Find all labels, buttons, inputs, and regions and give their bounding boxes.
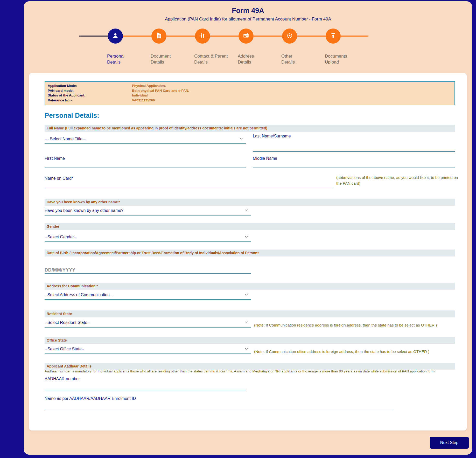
next-step-button[interactable]: Next Step bbox=[430, 437, 469, 449]
gender-select[interactable]: --Select Gender-- bbox=[45, 232, 251, 242]
chevron-down-icon bbox=[244, 234, 248, 239]
step-label-other: OtherDetails bbox=[281, 53, 325, 65]
step-contact-parent-details[interactable] bbox=[195, 29, 210, 44]
dob-input-line bbox=[45, 264, 251, 274]
aadhaar-band: Applicant Aadhaar Details bbox=[45, 363, 455, 370]
chevron-down-icon bbox=[244, 292, 248, 297]
upload-icon bbox=[330, 32, 337, 40]
summary-label: PAN card mode: bbox=[48, 88, 132, 93]
form-49a-page: Form 49A Application (PAN Card India) fo… bbox=[0, 0, 476, 458]
address-communication-band: Address for Communication * bbox=[45, 283, 455, 290]
middle-name-input-line bbox=[253, 158, 455, 168]
summary-row: Status of the Applicant: Individual bbox=[48, 93, 454, 98]
name-on-card-note: (abbreviations of the above name, as you… bbox=[336, 175, 458, 186]
other-name-select[interactable]: Have you been known by any other name? bbox=[45, 206, 251, 216]
resident-state-select[interactable]: --Select Resident State-- bbox=[45, 318, 251, 328]
document-icon bbox=[156, 32, 162, 40]
summary-value: Both physical PAN Card and e-PAN. bbox=[132, 88, 189, 93]
office-state-note: (Note: If Communication office address i… bbox=[254, 349, 454, 355]
address-communication-select[interactable]: --Select Address of Communication-- bbox=[45, 290, 251, 300]
aadhaar-name-input-line bbox=[45, 399, 393, 409]
step-label-contact-parent: Contact & ParentDetails bbox=[194, 53, 238, 65]
summary-label: Status of the Applicant: bbox=[48, 93, 132, 98]
target-icon bbox=[286, 32, 293, 40]
last-name-input[interactable] bbox=[253, 145, 455, 151]
step-label-documents-upload: DocumentsUpload bbox=[325, 53, 369, 65]
chevron-down-icon bbox=[244, 320, 248, 324]
aadhaar-number-input[interactable] bbox=[45, 384, 246, 389]
chevron-down-icon bbox=[239, 136, 243, 141]
address-communication-select-value: --Select Address of Communication-- bbox=[45, 293, 112, 297]
summary-value: Individual bbox=[132, 93, 148, 98]
middle-name-input[interactable] bbox=[253, 162, 455, 167]
page-subtitle: Application (PAN Card India) for allotme… bbox=[24, 17, 472, 22]
summary-label: Application Mode: bbox=[48, 84, 132, 88]
summary-row: Reference No:- VA0311135269 bbox=[48, 98, 454, 103]
full-name-band: Full Name (Full expanded name to be ment… bbox=[45, 125, 455, 132]
person-icon bbox=[112, 32, 119, 40]
aadhaar-number-input-line bbox=[45, 380, 246, 390]
id-card-icon bbox=[243, 32, 249, 40]
summary-row: Application Mode: Physical Application. bbox=[48, 84, 454, 88]
other-name-band: Have you been known by any other name? bbox=[45, 199, 455, 206]
summary-row: PAN card mode: Both physical PAN Card an… bbox=[48, 88, 454, 93]
application-summary-box: Application Mode: Physical Application. … bbox=[45, 81, 455, 105]
dob-input[interactable] bbox=[45, 268, 251, 273]
other-name-select-value: Have you been known by any other name? bbox=[45, 208, 123, 213]
step-label-personal: PersonalDetails bbox=[107, 53, 151, 65]
office-state-select[interactable]: --Select Office State-- bbox=[45, 344, 251, 354]
first-name-input-line bbox=[45, 158, 246, 168]
name-on-card-input-line bbox=[45, 178, 333, 188]
step-other-details[interactable] bbox=[282, 29, 297, 44]
resident-state-band: Resident State bbox=[45, 310, 455, 317]
gender-select-value: --Select Gender-- bbox=[45, 235, 77, 239]
resident-state-note: (Note: If Communication residence addres… bbox=[254, 322, 454, 328]
summary-value: VA0311135269 bbox=[132, 98, 155, 103]
name-title-select[interactable]: --- Select Name Title--- bbox=[45, 134, 246, 144]
step-documents-upload[interactable] bbox=[326, 29, 341, 44]
aadhaar-description: Aadhaar number is mandatory for Individu… bbox=[45, 369, 455, 373]
step-document-details[interactable] bbox=[151, 29, 166, 44]
summary-value: Physical Application. bbox=[132, 84, 166, 88]
last-name-input-line bbox=[253, 142, 455, 152]
chevron-down-icon bbox=[244, 346, 248, 351]
aadhaar-name-input[interactable] bbox=[45, 403, 393, 408]
chevron-down-icon bbox=[244, 208, 248, 212]
page-title: Form 49A bbox=[24, 7, 472, 15]
office-state-band: Office State bbox=[45, 337, 455, 344]
step-label-document: DocumentDetails bbox=[151, 53, 195, 65]
step-label-address: AddressDetails bbox=[238, 53, 282, 65]
resident-state-select-value: --Select Resident State-- bbox=[45, 320, 90, 325]
people-icon bbox=[199, 32, 206, 40]
dob-band: Date of Birth / Incorporation/Agreement/… bbox=[45, 249, 455, 256]
gender-band: Gender bbox=[45, 223, 455, 230]
first-name-input[interactable] bbox=[45, 162, 246, 167]
name-title-select-value: --- Select Name Title--- bbox=[45, 137, 87, 141]
form-panel: Application Mode: Physical Application. … bbox=[29, 73, 467, 431]
step-address-details[interactable] bbox=[239, 29, 254, 44]
personal-details-heading: Personal Details: bbox=[45, 112, 99, 120]
summary-label: Reference No:- bbox=[48, 98, 132, 103]
name-on-card-input[interactable] bbox=[45, 182, 333, 187]
last-name-label: Last Name/Surname bbox=[253, 134, 291, 138]
step-personal-details[interactable] bbox=[108, 29, 123, 44]
office-state-select-value: --Select Office State-- bbox=[45, 347, 85, 351]
